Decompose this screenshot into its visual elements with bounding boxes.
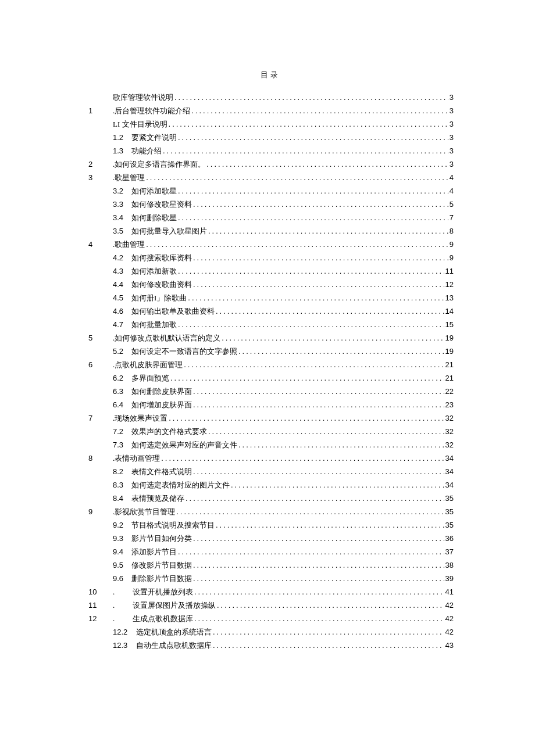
- toc-page-number: 9: [448, 238, 454, 251]
- toc-page-number: 42: [444, 625, 454, 639]
- toc-leader-dots: [194, 585, 444, 599]
- toc-entry-label: 如何添加新歌: [131, 264, 178, 278]
- toc-entry[interactable]: 10.设置开机播放列表41: [87, 585, 454, 599]
- toc-entry[interactable]: 5.如何修改点歌机默认语言的定义19: [87, 331, 454, 345]
- toc-section-number: 8.3: [113, 478, 131, 492]
- toc-entry[interactable]: 3.3如何修改歌星资料5: [87, 198, 454, 211]
- toc-section-number: 3.4: [113, 211, 131, 224]
- toc-entry[interactable]: 4.4如何修改歌曲资料12: [87, 278, 454, 291]
- toc-chapter-number: 12: [87, 612, 113, 625]
- toc-entry[interactable]: 1.2要紧文件说明3: [87, 131, 454, 144]
- toc-entry[interactable]: 9.3影片节目如何分类36: [87, 532, 454, 545]
- toc-leader-dots: [193, 465, 444, 478]
- toc-entry-label: 如何设定不一致语言的文字参照: [131, 345, 238, 358]
- toc-entry[interactable]: 4.歌曲管理9: [87, 238, 454, 251]
- toc-chapter-number: 2: [87, 157, 113, 171]
- toc-leader-dots: [193, 572, 444, 585]
- toc-entry[interactable]: 1.后台管理软件功能介绍3: [87, 104, 454, 117]
- toc-entry[interactable]: 4.2如何搜索歌库资料9: [87, 251, 454, 264]
- toc-section-number: 3.3: [113, 198, 131, 211]
- toc-entry-label: 删除影片节目数据: [131, 572, 193, 585]
- toc-entry[interactable]: 8.3如何选定表情对应的图片文件34: [87, 478, 454, 492]
- toc-entry[interactable]: 8.4表情预览及储存35: [87, 492, 454, 505]
- toc-entry[interactable]: 3.5如何批量导入歌星图片8: [87, 224, 454, 238]
- toc-section-number: 4.3: [113, 264, 131, 278]
- toc-section-number: 7.2: [113, 425, 131, 438]
- toc-title: 目录: [87, 70, 454, 80]
- toc-entry[interactable]: 12.3自动生成点歌机数据库43: [87, 639, 454, 652]
- toc-page-number: 39: [444, 572, 454, 585]
- toc-dot: .: [113, 612, 120, 625]
- toc-leader-dots: [206, 157, 448, 171]
- toc-section-number: 12.2: [113, 625, 136, 639]
- toc-leader-dots: [178, 131, 448, 144]
- toc-chapter-number: 6: [87, 358, 113, 371]
- toc-entry[interactable]: 9.影视欣赏节目管理35: [87, 505, 454, 518]
- toc-page-number: 3: [448, 91, 454, 104]
- toc-section-number: 4.6: [113, 304, 131, 318]
- toc-entry-label: 如何输出歌单及歌曲资料: [131, 304, 216, 318]
- toc-entry[interactable]: 4.5如何册I」除歌曲13: [87, 291, 454, 304]
- toc-entry[interactable]: 4.7如何批量加歌15: [87, 318, 454, 331]
- toc-entry[interactable]: 7.2效果声的文件格式要求32: [87, 425, 454, 438]
- toc-leader-dots: [193, 251, 448, 264]
- toc-section-number: 6.2: [113, 371, 131, 385]
- toc-entry-label: 影片节目如何分类: [131, 532, 193, 545]
- toc-entry-label: .后台管理软件功能介绍: [113, 104, 191, 117]
- toc-entry[interactable]: 4.6如何输出歌单及歌曲资料14: [87, 304, 454, 318]
- toc-entry[interactable]: 7.现场效果声设置32: [87, 411, 454, 425]
- toc-entry[interactable]: 11.设置屏保图片及播放操纵42: [87, 599, 454, 612]
- toc-entry[interactable]: 6.3如何删除皮肤界面22: [87, 385, 454, 398]
- toc-entry-label: 设置开机播放列表: [133, 585, 194, 599]
- toc-page-number: 23: [444, 398, 454, 411]
- toc-chapter-number: 1: [87, 104, 113, 117]
- toc-leader-dots: [193, 398, 444, 411]
- toc-chapter-number: 3: [87, 171, 113, 184]
- toc-leader-dots: [176, 505, 444, 518]
- toc-page-number: 15: [444, 318, 454, 331]
- toc-entry[interactable]: LI 文件目录说明3: [87, 117, 454, 131]
- toc-entry[interactable]: 12.2选定机顶盒的系统语言42: [87, 625, 454, 639]
- toc-page-number: 11: [444, 264, 454, 278]
- toc-leader-dots: [208, 224, 448, 238]
- toc-entry-label: 效果声的文件格式要求: [131, 425, 208, 438]
- toc-entry[interactable]: 9.6删除影片节目数据39: [87, 572, 454, 585]
- toc-entry[interactable]: 8.2表情文件格式说明34: [87, 465, 454, 478]
- toc-page-number: 38: [444, 558, 454, 572]
- toc-entry-label: 如何选定表情对应的图片文件: [131, 478, 231, 492]
- toc-entry[interactable]: 1.3功能介绍3: [87, 144, 454, 157]
- toc-entry[interactable]: 8.表情动画管理34: [87, 452, 454, 465]
- toc-entry[interactable]: 歌库管理软件说明3: [87, 91, 454, 104]
- toc-leader-dots: [174, 91, 448, 104]
- toc-section-number: 6.4: [113, 398, 131, 411]
- toc-entry[interactable]: 12.生成点歌机数据库42: [87, 612, 454, 625]
- toc-entry[interactable]: 4.3如何添加新歌11: [87, 264, 454, 278]
- toc-leader-dots: [169, 117, 448, 131]
- toc-entry-label: 表情文件格式说明: [131, 465, 193, 478]
- toc-entry[interactable]: 6.点歌机皮肤界面管理21: [87, 358, 454, 371]
- toc-entry[interactable]: 9.2节目格式说明及搜索节目35: [87, 518, 454, 532]
- toc-chapter-number: 4: [87, 238, 113, 251]
- toc-leader-dots: [178, 318, 444, 331]
- toc-leader-dots: [178, 545, 444, 558]
- toc-entry[interactable]: 9.4添加影片节目37: [87, 545, 454, 558]
- toc-leader-dots: [184, 358, 444, 371]
- toc-entry[interactable]: 3.4如何删除歌星7: [87, 211, 454, 224]
- toc-entry-label: 如何修改歌曲资料: [131, 278, 193, 291]
- toc-entry-label: 如何修改歌星资料: [131, 198, 193, 211]
- toc-entry[interactable]: 7.3如何选定效果声对应的声音文件32: [87, 438, 454, 452]
- toc-leader-dots: [193, 385, 444, 398]
- toc-entry-label: 选定机顶盒的系统语言: [136, 625, 213, 639]
- toc-entry[interactable]: 3.歌星管理4: [87, 171, 454, 184]
- toc-entry[interactable]: 6.4如何增加皮肤界面23: [87, 398, 454, 411]
- toc-entry-label: 表情预览及储存: [131, 492, 186, 505]
- toc-entry-label: 如何删除歌星: [131, 211, 178, 224]
- toc-entry[interactable]: 9.5修改影片节目数据38: [87, 558, 454, 572]
- toc-entry[interactable]: 5.2如何设定不一致语言的文字参照19: [87, 345, 454, 358]
- toc-entry[interactable]: 3.2如何添加歌星4: [87, 184, 454, 198]
- toc-leader-dots: [178, 184, 448, 198]
- toc-page-number: 35: [444, 518, 454, 532]
- toc-entry[interactable]: 2.如何设定多语言操作界面。3: [87, 157, 454, 171]
- toc-entry[interactable]: 6.2多界面预览21: [87, 371, 454, 385]
- toc-entry-label: 如何添加歌星: [131, 184, 178, 198]
